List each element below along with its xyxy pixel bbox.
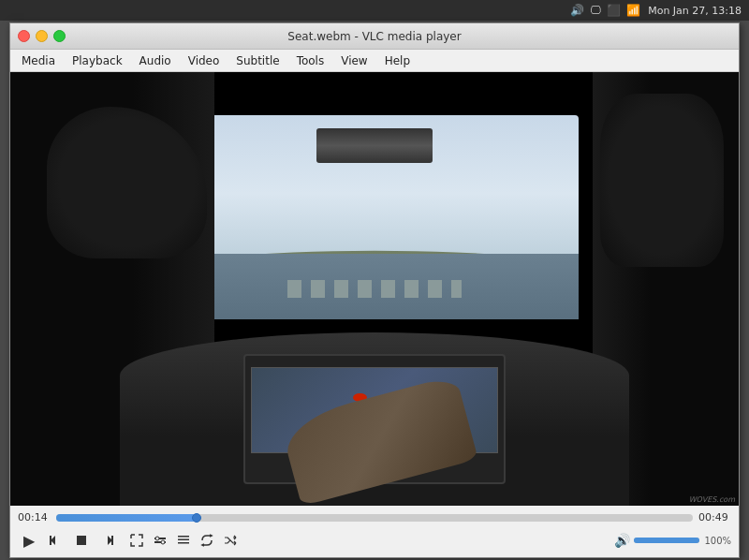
road-line [287,280,463,298]
extra-controls [126,530,241,551]
maximize-button[interactable] [53,30,66,42]
progress-track[interactable] [56,514,693,522]
random-button[interactable] [220,530,241,551]
title-bar: Seat.webm - VLC media player [10,23,739,50]
playlist-button[interactable] [173,530,194,551]
stop-button[interactable] [70,529,93,552]
wifi-icon: 📶 [626,4,640,17]
right-controls: 🔊 100% [614,533,731,548]
vlc-window: Seat.webm - VLC media player Media Playb… [9,22,740,558]
progress-knob[interactable] [192,513,201,523]
menu-view[interactable]: View [333,52,374,69]
fullscreen-icon [130,534,143,547]
controls-area: 00:14 00:49 ▶ [10,506,739,557]
menu-help[interactable]: Help [377,52,418,69]
progress-fill [56,514,197,522]
system-bar: 🔊 🖵 ⬛ 📶 Mon Jan 27, 13:18 [0,0,749,21]
play-button[interactable]: ▶ [18,529,40,552]
extended-icon [154,534,167,547]
minimize-button[interactable] [36,30,48,42]
extended-button[interactable] [150,530,170,551]
svg-rect-9 [178,536,189,538]
menu-playback[interactable]: Playback [65,52,130,69]
close-button[interactable] [18,30,30,42]
prev-icon [49,534,62,547]
volume-track[interactable] [634,538,699,543]
loop-button[interactable] [197,530,217,551]
window-controls[interactable] [18,30,66,42]
svg-rect-2 [77,536,86,545]
fullscreen-button[interactable] [126,530,147,551]
random-icon [224,534,237,547]
current-time: 00:14 [18,511,51,523]
total-time: 00:49 [698,511,731,523]
system-time: Mon Jan 27, 13:18 [648,5,742,17]
menu-bar: Media Playback Audio Video Subtitle Tool… [10,50,739,72]
prev-button[interactable] [44,529,66,552]
rearview-mirror [316,128,433,163]
playlist-icon [177,534,190,547]
menu-video[interactable]: Video [181,52,228,69]
svg-point-7 [155,537,159,540]
menu-audio[interactable]: Audio [132,52,179,69]
loop-icon [200,534,213,547]
svg-rect-1 [50,536,51,545]
svg-point-8 [161,540,165,544]
playback-controls: ▶ [10,525,739,557]
stop-icon [76,535,87,546]
svg-rect-11 [178,542,189,544]
watermark: WOVES.com [689,495,735,504]
system-icons: 🔊 🖵 ⬛ 📶 [570,4,640,17]
battery-icon: ⬛ [607,4,621,17]
progress-bar-container: 00:14 00:49 [10,506,739,525]
next-icon [101,534,114,547]
menu-media[interactable]: Media [14,52,63,69]
monitor-icon: 🖵 [590,4,601,17]
volume-icon[interactable]: 🔊 [614,533,630,548]
right-head [600,94,724,267]
menu-subtitle[interactable]: Subtitle [228,52,286,69]
menu-tools[interactable]: Tools [289,52,332,69]
window-title: Seat.webm - VLC media player [287,30,461,43]
svg-rect-4 [111,536,113,545]
audio-icon: 🔊 [570,4,584,17]
volume-fill [634,538,699,543]
video-area[interactable]: WOVES.com [10,72,739,506]
car-scene [10,72,739,506]
svg-rect-10 [178,539,189,541]
volume-label: 100% [703,536,731,546]
next-button[interactable] [96,529,119,552]
